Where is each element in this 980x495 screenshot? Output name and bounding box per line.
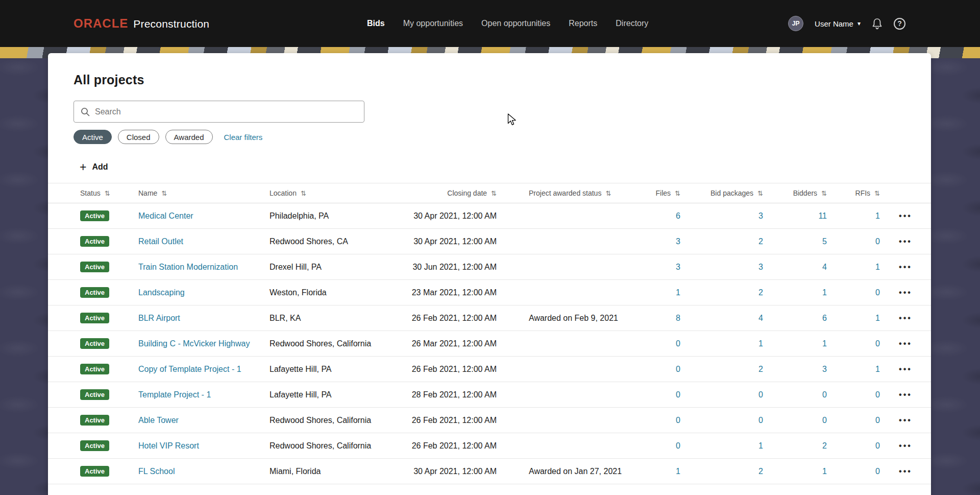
bid-packages-count-link[interactable]: 1	[758, 441, 763, 451]
avatar[interactable]: JP	[788, 16, 803, 31]
rfis-count-link[interactable]: 1	[875, 211, 880, 221]
user-menu[interactable]: User Name ▾	[815, 19, 861, 28]
sort-icon: ⇅	[105, 190, 110, 197]
rfis-count-link[interactable]: 1	[875, 314, 880, 323]
project-name-link[interactable]: FL School	[138, 467, 175, 476]
add-button[interactable]: + Add	[80, 159, 108, 175]
chip-closed[interactable]: Closed	[118, 130, 159, 144]
nav-item-bids[interactable]: Bids	[367, 19, 385, 28]
project-name-link[interactable]: Template Project - 1	[138, 390, 211, 399]
project-name-link[interactable]: Landscaping	[138, 288, 185, 297]
rfis-count-link[interactable]: 0	[875, 237, 880, 246]
files-count-link[interactable]: 6	[676, 211, 680, 221]
rfis-count-link[interactable]: 0	[875, 339, 880, 348]
files-count-link[interactable]: 1	[676, 467, 680, 476]
column-header-name[interactable]: Name ⇅	[138, 189, 270, 197]
row-actions-button[interactable]: •••	[899, 365, 912, 374]
files-count-link[interactable]: 0	[676, 441, 680, 451]
column-header-rfis[interactable]: RFIs ⇅	[827, 189, 880, 197]
bid-packages-count-link[interactable]: 2	[758, 365, 763, 374]
project-name-link[interactable]: Medical Center	[138, 211, 193, 221]
project-name-link[interactable]: BLR Airport	[138, 314, 180, 323]
notifications-bell-button[interactable]	[872, 18, 883, 30]
plus-icon: +	[80, 161, 86, 173]
bidders-count-link[interactable]: 0	[822, 416, 827, 425]
bidders-count-link[interactable]: 6	[822, 314, 827, 323]
rfis-count-link[interactable]: 0	[875, 441, 880, 451]
files-count-link[interactable]: 0	[676, 416, 680, 425]
bidders-count-link[interactable]: 5	[822, 237, 827, 246]
bid-packages-count-link[interactable]: 1	[758, 339, 763, 348]
status-badge: Active	[80, 389, 109, 400]
files-count-link[interactable]: 0	[676, 390, 680, 399]
row-actions-button[interactable]: •••	[899, 390, 912, 399]
search-input[interactable]	[95, 107, 357, 116]
row-actions-button[interactable]: •••	[899, 339, 912, 348]
nav-item-open-opportunities[interactable]: Open opportunities	[481, 19, 550, 28]
bidders-count-link[interactable]: 0	[822, 390, 827, 399]
help-button[interactable]: ?	[894, 18, 905, 30]
column-header-closing-date[interactable]: Closing date ⇅	[412, 189, 497, 197]
project-name-link[interactable]: Retail Outlet	[138, 237, 183, 246]
project-name-link[interactable]: Hotel VIP Resort	[138, 441, 199, 451]
column-header-bidders[interactable]: Bidders ⇅	[763, 189, 827, 197]
row-actions-button[interactable]: •••	[899, 467, 912, 476]
bidders-count-link[interactable]: 4	[822, 263, 827, 272]
row-actions-button[interactable]: •••	[899, 416, 912, 425]
chip-active[interactable]: Active	[74, 130, 112, 144]
bid-packages-count-link[interactable]: 2	[758, 467, 763, 476]
column-header-location[interactable]: Location ⇅	[270, 189, 412, 197]
nav-item-my-opportunities[interactable]: My opportunities	[403, 19, 463, 28]
files-count-link[interactable]: 3	[676, 237, 680, 246]
bidders-count-link[interactable]: 11	[818, 211, 827, 221]
bid-packages-count-link[interactable]: 2	[758, 288, 763, 297]
column-header-files[interactable]: Files ⇅	[634, 189, 680, 197]
clear-filters-link[interactable]: Clear filters	[224, 133, 263, 142]
bid-packages-count-link[interactable]: 2	[758, 237, 763, 246]
row-actions-button[interactable]: •••	[899, 237, 912, 246]
files-count-link[interactable]: 1	[676, 288, 680, 297]
row-actions-button[interactable]: •••	[899, 314, 912, 323]
bell-icon	[872, 18, 883, 30]
project-name-link[interactable]: Copy of Template Project - 1	[138, 365, 241, 374]
row-actions-button[interactable]: •••	[899, 441, 912, 451]
files-count-link[interactable]: 8	[676, 314, 680, 323]
nav-item-reports[interactable]: Reports	[569, 19, 597, 28]
rfis-count-link[interactable]: 0	[875, 390, 880, 399]
rfis-count-link[interactable]: 1	[875, 365, 880, 374]
table-row: Active FL School Miami, Florida 30 Apr 2…	[48, 459, 931, 484]
page-title: All projects	[74, 73, 931, 87]
column-header-awarded-status[interactable]: Project awarded status ⇅	[497, 189, 634, 197]
nav-item-directory[interactable]: Directory	[616, 19, 648, 28]
bid-packages-count-link[interactable]: 4	[758, 314, 763, 323]
column-header-status[interactable]: Status ⇅	[48, 189, 138, 197]
bid-packages-count-link[interactable]: 0	[758, 390, 763, 399]
project-name-link[interactable]: Building C - McVicker Highway	[138, 339, 250, 348]
table-row: Active BLR Airport BLR, KA 26 Feb 2021, …	[48, 305, 931, 331]
row-actions-button[interactable]: •••	[899, 211, 912, 221]
sort-icon: ⇅	[874, 190, 880, 197]
rfis-count-link[interactable]: 0	[875, 288, 880, 297]
project-name-link[interactable]: Train Station Modernization	[138, 263, 238, 272]
chip-awarded[interactable]: Awarded	[165, 130, 213, 144]
name-cell: Medical Center	[138, 211, 270, 221]
bidders-count-link[interactable]: 1	[822, 288, 827, 297]
files-count-link[interactable]: 0	[676, 339, 680, 348]
files-count-link[interactable]: 0	[676, 365, 680, 374]
row-actions-cell: •••	[880, 288, 931, 297]
rfis-count-link[interactable]: 0	[875, 467, 880, 476]
bidders-count-link[interactable]: 3	[822, 365, 827, 374]
project-name-link[interactable]: Able Tower	[138, 416, 179, 425]
column-header-bid-packages[interactable]: Bid packages ⇅	[680, 189, 763, 197]
bidders-count-link[interactable]: 1	[822, 339, 827, 348]
rfis-count-link[interactable]: 1	[875, 263, 880, 272]
bidders-count-link[interactable]: 1	[822, 467, 827, 476]
row-actions-button[interactable]: •••	[899, 288, 912, 297]
bid-packages-count-link[interactable]: 0	[758, 416, 763, 425]
files-count-link[interactable]: 3	[676, 263, 680, 272]
bid-packages-count-link[interactable]: 3	[758, 211, 763, 221]
row-actions-button[interactable]: •••	[899, 263, 912, 272]
rfis-count-link[interactable]: 0	[875, 416, 880, 425]
bidders-count-link[interactable]: 2	[822, 441, 827, 451]
bid-packages-count-link[interactable]: 3	[758, 263, 763, 272]
